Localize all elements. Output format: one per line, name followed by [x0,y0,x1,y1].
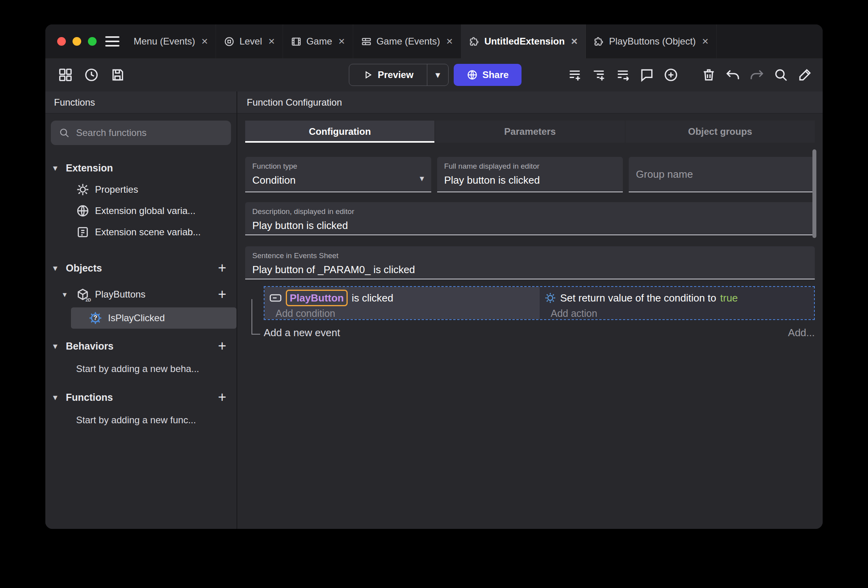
undo-icon[interactable] [725,67,740,82]
gear-icon [544,292,556,304]
share-button[interactable]: Share [454,64,522,86]
condition-text: is clicked [352,292,393,304]
tab-label: PlayButtons (Object) [609,36,696,47]
redo-icon[interactable] [749,67,764,82]
add-circle-icon[interactable] [663,67,678,82]
item-label: Extension scene variab... [95,227,201,238]
close-tab-icon[interactable]: × [702,36,708,47]
section-label: Behaviors [66,341,114,352]
add-function-button[interactable]: + [218,390,226,404]
group-name-field[interactable] [629,157,815,192]
extension-puzzle-icon [594,36,604,47]
section-objects[interactable]: ▾ Objects + [45,257,237,279]
tab-label: Menu (Events) [134,36,195,47]
section-label: Extension [66,162,113,174]
section-functions[interactable]: ▾ Functions + [45,386,237,408]
sidebar-item-properties[interactable]: Properties [45,179,237,200]
action-row[interactable]: Set return value of the condition to tru… [544,289,814,307]
preview-options-chevron[interactable]: ▾ [427,64,448,86]
full-name-field[interactable]: Full name displayed in editor Play butto… [437,157,623,192]
globe-icon [467,69,478,80]
tab-menu-events[interactable]: Menu (Events) × [126,24,216,58]
share-label: Share [482,69,509,80]
trash-icon[interactable] [701,67,716,82]
field-value: Play button is clicked [252,220,808,232]
section-behaviors[interactable]: ▾ Behaviors + [45,335,237,357]
preview-button-main[interactable]: Preview [349,69,427,80]
add-object-button[interactable]: + [218,261,226,275]
function-type-select[interactable]: Function type Condition ▾ [245,157,431,192]
project-manager-icon[interactable] [58,67,73,82]
add-new-event-button[interactable]: Add a new event [264,327,340,339]
tab-game[interactable]: Game × [283,24,353,58]
search-icon[interactable] [773,67,788,82]
history-icon[interactable] [84,67,99,82]
add-event-icon[interactable] [567,67,582,82]
item-label: Properties [95,184,138,195]
close-tab-icon[interactable]: × [201,36,208,47]
add-more-button[interactable]: Add... [788,327,815,339]
close-window-button[interactable] [57,37,66,46]
traffic-lights [45,24,105,58]
chevron-down-icon[interactable]: ▾ [53,263,61,273]
add-subevent-icon[interactable] [591,67,606,82]
field-label: Full name displayed in editor [444,162,616,171]
tab-parameters[interactable]: Parameters [435,121,624,143]
chevron-down-icon[interactable]: ▾ [53,341,61,351]
edit-wand-icon[interactable] [797,67,812,82]
function-configuration-panel: Function Configuration Configuration Par… [237,91,823,529]
add-other-event-icon[interactable] [615,67,630,82]
zoom-window-button[interactable] [88,37,97,46]
section-extension[interactable]: ▾ Extension [45,157,237,179]
event-indent-guide [251,299,260,335]
sidebar-item-isplayclicked[interactable]: ? IsPlayClicked [71,307,237,329]
event-block[interactable]: PlayButton is clicked Add condition Set … [264,286,815,320]
tab-bar: Menu (Events) × Level × Game × Game (Eve… [45,24,823,58]
fields-row: Function type Condition ▾ Full name disp… [245,157,815,192]
sidebar-item-global-variables[interactable]: Extension global varia... [45,200,237,221]
add-behavior-button[interactable]: + [218,339,226,353]
tab-game-events[interactable]: Game (Events) × [353,24,461,58]
actions-column: Set return value of the condition to tru… [540,287,814,319]
tab-level[interactable]: Level × [216,24,283,58]
description-field[interactable]: Description, displayed in editor Play bu… [245,202,815,235]
condition-row[interactable]: PlayButton is clicked [269,289,540,307]
sentence-field[interactable]: Sentence in Events Sheet Play button of … [245,246,815,279]
field-value: Play button of _PARAM0_ is clicked [252,264,808,276]
close-tab-icon[interactable]: × [339,36,345,47]
sidebar-item-scene-variables[interactable]: Extension scene variab... [45,221,237,243]
tab-object-groups[interactable]: Object groups [626,121,815,143]
vertical-scrollbar[interactable] [812,149,816,238]
field-value: Condition [252,174,424,186]
condition-function-icon: ? [88,311,102,325]
close-tab-icon[interactable]: × [446,36,453,47]
chevron-down-icon[interactable]: ▾ [53,393,61,402]
chevron-down-icon[interactable]: ▾ [53,163,61,173]
field-label: Description, displayed in editor [252,207,808,216]
close-tab-icon[interactable]: × [571,36,577,47]
tab-configuration[interactable]: Configuration [245,121,434,143]
close-tab-icon[interactable]: × [268,36,275,47]
item-label: PlayButtons [95,289,145,300]
preview-button[interactable]: Preview ▾ [349,64,449,86]
search-functions-input[interactable] [76,127,223,138]
tab-label: Game [306,36,332,47]
app-window: Menu (Events) × Level × Game × Game (Eve… [45,24,823,529]
add-comment-icon[interactable] [639,67,654,82]
functions-sidebar: Functions ▾ Extension Properties [45,91,237,529]
group-name-input[interactable] [636,168,808,180]
add-object-function-button[interactable]: + [218,287,226,301]
action-value[interactable]: true [720,292,738,304]
minimize-window-button[interactable] [73,37,81,46]
tab-playbuttons-object[interactable]: PlayButtons (Object) × [586,24,717,58]
dropdown-arrow-icon[interactable]: ▾ [420,173,424,184]
tab-untitled-extension[interactable]: UntitledExtension × [461,24,586,58]
save-icon[interactable] [110,67,125,82]
add-condition-button[interactable]: Add condition [269,308,540,319]
add-action-button[interactable]: Add action [544,308,814,319]
sidebar-item-playbuttons[interactable]: ▾ 2D PlayButtons + [45,284,237,305]
search-box[interactable] [51,121,231,145]
chevron-down-icon[interactable]: ▾ [63,290,71,299]
menu-hamburger-icon[interactable] [105,36,119,47]
object-chip[interactable]: PlayButton [286,290,348,306]
